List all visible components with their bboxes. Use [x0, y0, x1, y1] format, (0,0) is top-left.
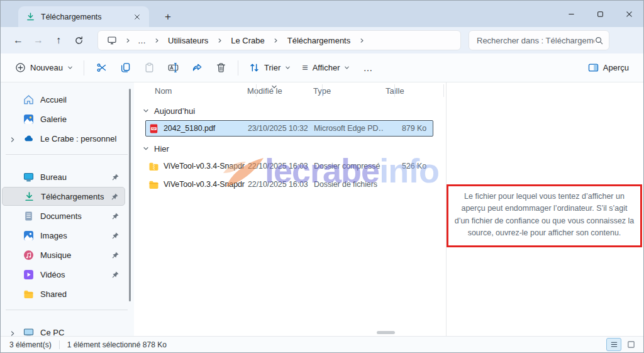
tab-close-icon[interactable]	[131, 11, 143, 23]
sidebar-item-images[interactable]: Images	[2, 226, 125, 245]
sidebar-item-label: Musique	[40, 250, 71, 260]
minimize-button[interactable]	[557, 1, 586, 27]
pin-icon	[111, 271, 119, 279]
sort-button[interactable]: Trier	[243, 57, 296, 79]
item-count: 3 élément(s)	[9, 340, 52, 349]
more-options-button[interactable]: …	[355, 62, 380, 73]
sidebar-item-le-crabe-personnel[interactable]: Le Crabe : personnel	[2, 129, 125, 148]
command-toolbar: Nouveau Trier ≡ Afficher … Aperçu	[1, 53, 643, 82]
details-view-button[interactable]	[606, 338, 621, 351]
address-bar[interactable]: …UtilisateursLe CrabeTéléchargements	[97, 30, 461, 50]
refresh-button[interactable]	[69, 30, 89, 50]
sidebar-item-t-l-chargements[interactable]: Téléchargements	[2, 187, 125, 206]
column-divider[interactable]	[322, 84, 323, 97]
onedrive-cloud-icon	[23, 133, 34, 144]
breadcrumb-overflow-button[interactable]: …	[135, 36, 150, 45]
sidebar-item-documents[interactable]: Documents	[2, 206, 125, 225]
search-icon	[594, 36, 604, 45]
selection-info: 1 élément sélectionné 878 Ko	[67, 340, 167, 349]
delete-button[interactable]	[209, 57, 233, 79]
column-divider[interactable]	[394, 84, 395, 97]
chevron-down-icon	[143, 145, 149, 152]
share-icon	[192, 62, 203, 73]
monitor-icon	[107, 35, 117, 45]
group-label: Hier	[154, 144, 169, 154]
sidebar-scrollbar[interactable]	[129, 89, 131, 301]
annotation-red-box: Le fichier pour lequel vous tentez d’aff…	[447, 184, 642, 247]
sort-arrows-icon	[249, 62, 260, 73]
file-list-pane: Nom Modifié le Type Taille Aujourd’huiPD…	[134, 82, 446, 336]
sidebar-item-bureau[interactable]: Bureau	[2, 167, 125, 186]
sidebar-item-label: Le Crabe : personnel	[40, 134, 116, 143]
column-header-nom[interactable]: Nom	[145, 86, 245, 96]
column-headers: Nom Modifié le Type Taille	[145, 82, 446, 99]
tab-title: Téléchargements	[41, 13, 131, 21]
scissors-icon	[96, 62, 107, 73]
file-type: Microsoft Edge PD…	[311, 124, 384, 133]
pin-icon	[111, 251, 119, 259]
rename-button[interactable]	[161, 57, 185, 79]
view-button-label: Afficher	[313, 63, 340, 72]
toolbar-divider	[238, 60, 238, 76]
breadcrumb-chevron-icon	[357, 36, 366, 45]
column-divider[interactable]	[256, 84, 257, 97]
preview-toggle-button[interactable]: Aperçu	[582, 57, 635, 79]
pin-icon	[111, 173, 119, 181]
status-bar: 3 élément(s) 1 élément sélectionné 878 K…	[1, 336, 643, 353]
preview-warning-text: Le fichier pour lequel vous tentez d’aff…	[454, 191, 635, 240]
breadcrumb-item[interactable]: Téléchargements	[283, 34, 355, 47]
sidebar-item-shared[interactable]: Shared	[2, 284, 125, 303]
column-header-modifie[interactable]: Modifié le	[245, 86, 311, 96]
horizontal-scrollbar[interactable]	[377, 331, 395, 334]
sidebar-item-vid-os[interactable]: Vidéos	[2, 265, 125, 284]
file-row[interactable]: ViVeTool-v0.3.4-Snapdr…22/10/2025 16:03D…	[145, 176, 433, 193]
sort-chevron-icon	[271, 82, 277, 89]
chevron-right-icon[interactable]	[9, 135, 16, 142]
breadcrumb-chevron-icon	[152, 36, 161, 45]
sidebar-item-accueil[interactable]: Accueil	[2, 90, 125, 109]
sidebar-item-label: Vidéos	[40, 270, 65, 279]
preview-panel-icon	[588, 62, 599, 73]
copy-button[interactable]	[113, 57, 137, 79]
breadcrumb-item[interactable]: Utilisateurs	[164, 34, 213, 47]
chevron-right-icon[interactable]	[9, 329, 16, 335]
paste-button[interactable]	[137, 57, 161, 79]
tab-telechargements[interactable]: Téléchargements	[18, 6, 149, 27]
large-icons-view-button[interactable]	[623, 338, 638, 351]
gallery-icon	[23, 114, 34, 125]
pin-icon	[111, 193, 119, 201]
file-type: Dossier compressé	[311, 162, 384, 171]
file-row[interactable]: PDF2042_5180.pdf23/10/2025 10:32Microsof…	[145, 120, 433, 137]
sidebar-item-label: Documents	[40, 211, 82, 221]
title-bar: Téléchargements +	[1, 1, 643, 27]
group-label: Aujourd’hui	[154, 106, 195, 116]
sidebar-item-galerie[interactable]: Galerie	[2, 109, 125, 128]
group-header[interactable]: Hier	[143, 142, 446, 155]
column-header-taille[interactable]: Taille	[383, 86, 432, 96]
view-button[interactable]: ≡ Afficher	[296, 57, 355, 79]
forward-button[interactable]: →	[28, 30, 48, 50]
breadcrumb-item[interactable]: Le Crabe	[226, 34, 269, 47]
back-button[interactable]: ←	[8, 30, 28, 50]
sort-button-label: Trier	[264, 63, 280, 72]
up-button[interactable]: ↑	[48, 30, 69, 50]
sidebar-item-label: Bureau	[40, 172, 67, 182]
share-button[interactable]	[185, 57, 209, 79]
column-divider[interactable]	[443, 84, 444, 97]
breadcrumb: …UtilisateursLe CrabeTéléchargements	[121, 34, 369, 47]
sidebar-item-label: Shared	[40, 289, 67, 299]
cut-button[interactable]	[89, 57, 113, 79]
music-icon	[23, 250, 34, 261]
group-header[interactable]: Aujourd’hui	[143, 104, 446, 118]
folder-icon	[148, 179, 159, 190]
file-row[interactable]: ViVeTool-v0.3.4-Snapdr…22/10/2025 16:03D…	[145, 158, 433, 174]
new-tab-button[interactable]: +	[159, 8, 177, 26]
new-button[interactable]: Nouveau	[9, 57, 79, 79]
file-size: 879 Ko	[384, 124, 433, 133]
maximize-button[interactable]	[586, 1, 614, 27]
search-box[interactable]	[469, 30, 609, 50]
sidebar-item-musique[interactable]: Musique	[2, 245, 125, 264]
search-input[interactable]	[477, 36, 594, 45]
close-button[interactable]	[614, 1, 643, 27]
rename-icon	[168, 62, 179, 73]
